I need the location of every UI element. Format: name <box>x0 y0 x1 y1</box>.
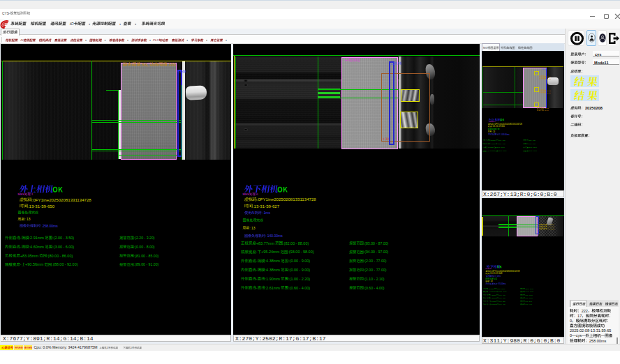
svg-text:CYS-: CYS- <box>2 12 10 15</box>
